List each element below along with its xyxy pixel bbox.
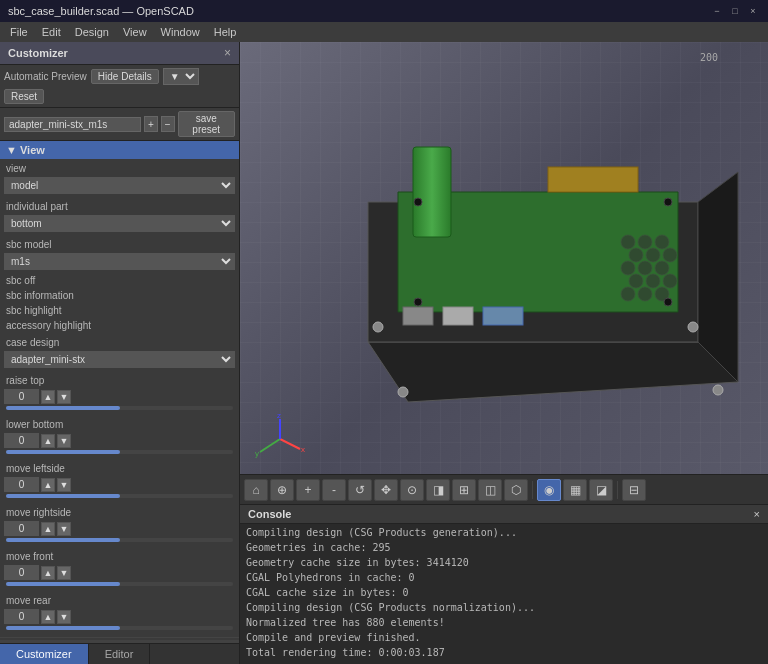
move-rear-label: move rear (0, 593, 239, 608)
console-content[interactable]: Compiling design (CSG Products normaliza… (240, 524, 768, 664)
sbc-model-select[interactable]: m1s (4, 253, 235, 270)
move-leftside-down-btn[interactable]: ▼ (57, 478, 71, 492)
view-label: view (0, 161, 239, 176)
raise-top-slider-row (0, 405, 239, 413)
vp-render-preview-btn[interactable]: ◉ (537, 479, 561, 501)
save-preset-btn[interactable]: save preset (178, 111, 235, 137)
lower-bottom-row: ▲ ▼ (0, 432, 239, 449)
vp-pan-btn[interactable]: ✥ (374, 479, 398, 501)
vp-home-btn[interactable]: ⌂ (244, 479, 268, 501)
svg-point-11 (638, 261, 652, 275)
reset-btn[interactable]: Reset (4, 89, 44, 104)
move-rear-spinner: ▲ ▼ (4, 609, 235, 624)
case-design-label: case design (0, 335, 239, 350)
menu-item-file[interactable]: File (4, 24, 34, 40)
menu-item-edit[interactable]: Edit (36, 24, 67, 40)
menu-item-help[interactable]: Help (208, 24, 243, 40)
customizer-close-btn[interactable]: × (224, 46, 231, 60)
vp-zoom-in-btn[interactable]: + (296, 479, 320, 501)
vp-view-extra1-btn[interactable]: ◫ (478, 479, 502, 501)
move-front-input[interactable] (4, 565, 39, 580)
move-rightside-up-btn[interactable]: ▲ (41, 522, 55, 536)
move-rear-input[interactable] (4, 609, 39, 624)
individual-part-select[interactable]: bottom (4, 215, 235, 232)
view-select[interactable]: model (4, 177, 235, 194)
move-rightside-input[interactable] (4, 521, 39, 536)
move-leftside-row: ▲ ▼ (0, 476, 239, 493)
move-rightside-row: ▲ ▼ (0, 520, 239, 537)
vp-separator-2 (617, 481, 618, 499)
sbc-information-label: sbc information (0, 288, 239, 303)
preset-add-btn[interactable]: + (144, 116, 158, 132)
move-front-label: move front (0, 549, 239, 564)
raise-top-up-btn[interactable]: ▲ (41, 390, 55, 404)
lower-bottom-spinner: ▲ ▼ (4, 433, 235, 448)
view-section-label: ▼ View (6, 144, 45, 156)
vp-zoom-out-btn[interactable]: - (322, 479, 346, 501)
console-line: CGAL cache size in bytes: 0 (246, 585, 762, 600)
svg-point-26 (414, 298, 422, 306)
move-rightside-down-btn[interactable]: ▼ (57, 522, 71, 536)
lower-bottom-down-btn[interactable]: ▼ (57, 434, 71, 448)
svg-point-9 (663, 248, 677, 262)
move-rear-slider-track[interactable] (6, 626, 233, 630)
svg-text:y: y (255, 449, 259, 458)
console-line: Compile and preview finished. (246, 630, 762, 645)
vp-export-btn[interactable]: ⊟ (622, 479, 646, 501)
console-close-btn[interactable]: × (754, 508, 760, 520)
svg-marker-0 (368, 342, 738, 402)
svg-point-12 (655, 261, 669, 275)
vp-rotate-btn[interactable]: ↺ (348, 479, 372, 501)
raise-top-slider-track[interactable] (6, 406, 233, 410)
raise-top-input[interactable] (4, 389, 39, 404)
menu-item-window[interactable]: Window (155, 24, 206, 40)
move-rightside-slider-fill (6, 538, 120, 542)
tab-editor[interactable]: Editor (89, 644, 151, 664)
customizer-title: Customizer (8, 47, 68, 59)
svg-point-24 (414, 198, 422, 206)
move-leftside-input[interactable] (4, 477, 39, 492)
console-header: Console × (240, 505, 768, 524)
console-line: Compiling design (CSG Products normaliza… (246, 600, 762, 615)
preset-remove-btn[interactable]: − (161, 116, 175, 132)
hide-details-btn[interactable]: Hide Details (91, 69, 159, 84)
lower-bottom-slider-track[interactable] (6, 450, 233, 454)
view-section-header[interactable]: ▼ View (0, 141, 239, 159)
close-btn[interactable]: × (746, 4, 760, 18)
lower-bottom-up-btn[interactable]: ▲ (41, 434, 55, 448)
raise-top-down-btn[interactable]: ▼ (57, 390, 71, 404)
move-rear-down-btn[interactable]: ▼ (57, 610, 71, 624)
3d-viewport[interactable]: x y z 200 ⌂ ⊕ + - ↺ ✥ ⊙ ◨ ⊞ ◫ (240, 42, 768, 504)
case-design-select[interactable]: adapter_mini-stx (4, 351, 235, 368)
vp-view-3d-btn[interactable]: ⊞ (452, 479, 476, 501)
menu-item-view[interactable]: View (117, 24, 153, 40)
move-rightside-slider-track[interactable] (6, 538, 233, 542)
menu-item-design[interactable]: Design (69, 24, 115, 40)
move-rear-up-btn[interactable]: ▲ (41, 610, 55, 624)
sbc-model-label: sbc model (0, 237, 239, 252)
param-sbc-model-group: sbc model m1s (0, 235, 239, 273)
move-leftside-up-btn[interactable]: ▲ (41, 478, 55, 492)
move-leftside-label: move leftside (0, 461, 239, 476)
param-view-group: view model (0, 159, 239, 197)
move-front-down-btn[interactable]: ▼ (57, 566, 71, 580)
hide-details-select[interactable]: ▼ (163, 68, 199, 85)
move-leftside-slider-track[interactable] (6, 494, 233, 498)
preset-input[interactable] (4, 117, 141, 132)
vp-zoom-all-btn[interactable]: ⊕ (270, 479, 294, 501)
minimize-btn[interactable]: − (710, 4, 724, 18)
vp-view-extra2-btn[interactable]: ⬡ (504, 479, 528, 501)
tab-customizer[interactable]: Customizer (0, 644, 89, 664)
svg-rect-23 (483, 307, 523, 325)
scale-indicator: 200 (700, 52, 718, 63)
move-front-slider-track[interactable] (6, 582, 233, 586)
maximize-btn[interactable]: □ (728, 4, 742, 18)
lower-bottom-input[interactable] (4, 433, 39, 448)
move-rightside-spinner: ▲ ▼ (4, 521, 235, 536)
vp-render-extra-btn[interactable]: ◪ (589, 479, 613, 501)
vp-view-side-btn[interactable]: ◨ (426, 479, 450, 501)
vp-view-top-btn[interactable]: ⊙ (400, 479, 424, 501)
move-front-up-btn[interactable]: ▲ (41, 566, 55, 580)
move-front-row: ▲ ▼ (0, 564, 239, 581)
vp-render-full-btn[interactable]: ▦ (563, 479, 587, 501)
